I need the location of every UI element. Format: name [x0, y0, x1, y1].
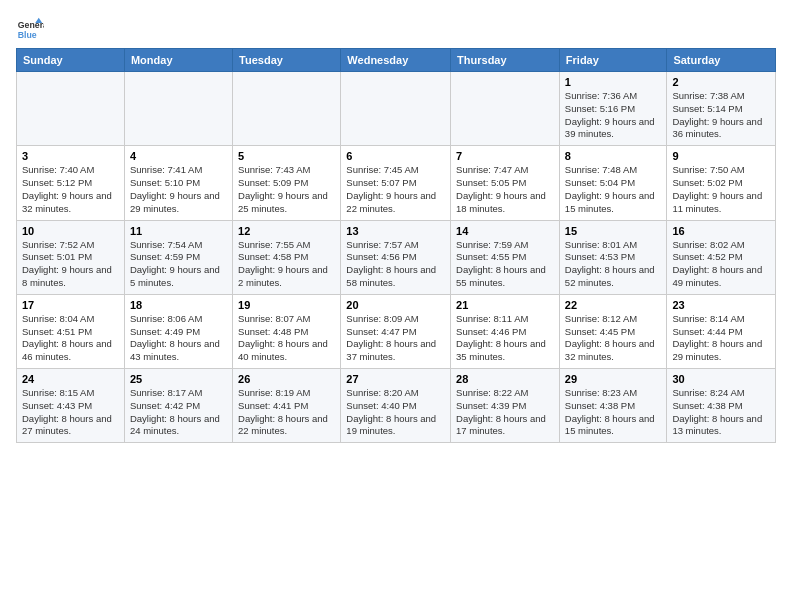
calendar-cell: 29Sunrise: 8:23 AM Sunset: 4:38 PM Dayli… [559, 369, 667, 443]
cell-info: Sunrise: 8:20 AM Sunset: 4:40 PM Dayligh… [346, 387, 445, 438]
weekday-header-wednesday: Wednesday [341, 49, 451, 72]
calendar-cell: 10Sunrise: 7:52 AM Sunset: 5:01 PM Dayli… [17, 220, 125, 294]
calendar-cell: 16Sunrise: 8:02 AM Sunset: 4:52 PM Dayli… [667, 220, 776, 294]
calendar-cell: 12Sunrise: 7:55 AM Sunset: 4:58 PM Dayli… [233, 220, 341, 294]
cell-info: Sunrise: 8:22 AM Sunset: 4:39 PM Dayligh… [456, 387, 554, 438]
calendar-cell [124, 72, 232, 146]
calendar-cell: 18Sunrise: 8:06 AM Sunset: 4:49 PM Dayli… [124, 294, 232, 368]
calendar-cell: 4Sunrise: 7:41 AM Sunset: 5:10 PM Daylig… [124, 146, 232, 220]
cell-day-number: 1 [565, 76, 662, 88]
cell-info: Sunrise: 7:43 AM Sunset: 5:09 PM Dayligh… [238, 164, 335, 215]
cell-info: Sunrise: 8:19 AM Sunset: 4:41 PM Dayligh… [238, 387, 335, 438]
cell-info: Sunrise: 7:54 AM Sunset: 4:59 PM Dayligh… [130, 239, 227, 290]
logo: General Blue [16, 16, 44, 44]
cell-day-number: 30 [672, 373, 770, 385]
cell-info: Sunrise: 7:52 AM Sunset: 5:01 PM Dayligh… [22, 239, 119, 290]
calendar-cell: 8Sunrise: 7:48 AM Sunset: 5:04 PM Daylig… [559, 146, 667, 220]
cell-info: Sunrise: 8:02 AM Sunset: 4:52 PM Dayligh… [672, 239, 770, 290]
cell-day-number: 17 [22, 299, 119, 311]
calendar-cell: 14Sunrise: 7:59 AM Sunset: 4:55 PM Dayli… [451, 220, 560, 294]
cell-info: Sunrise: 8:17 AM Sunset: 4:42 PM Dayligh… [130, 387, 227, 438]
calendar-body: 1Sunrise: 7:36 AM Sunset: 5:16 PM Daylig… [17, 72, 776, 443]
cell-day-number: 20 [346, 299, 445, 311]
calendar-cell: 22Sunrise: 8:12 AM Sunset: 4:45 PM Dayli… [559, 294, 667, 368]
cell-info: Sunrise: 7:57 AM Sunset: 4:56 PM Dayligh… [346, 239, 445, 290]
calendar-cell: 1Sunrise: 7:36 AM Sunset: 5:16 PM Daylig… [559, 72, 667, 146]
week-row-5: 24Sunrise: 8:15 AM Sunset: 4:43 PM Dayli… [17, 369, 776, 443]
cell-info: Sunrise: 7:41 AM Sunset: 5:10 PM Dayligh… [130, 164, 227, 215]
cell-day-number: 27 [346, 373, 445, 385]
cell-info: Sunrise: 8:04 AM Sunset: 4:51 PM Dayligh… [22, 313, 119, 364]
cell-day-number: 25 [130, 373, 227, 385]
cell-day-number: 7 [456, 150, 554, 162]
cell-info: Sunrise: 8:06 AM Sunset: 4:49 PM Dayligh… [130, 313, 227, 364]
cell-day-number: 14 [456, 225, 554, 237]
calendar-cell: 5Sunrise: 7:43 AM Sunset: 5:09 PM Daylig… [233, 146, 341, 220]
cell-day-number: 18 [130, 299, 227, 311]
cell-info: Sunrise: 8:07 AM Sunset: 4:48 PM Dayligh… [238, 313, 335, 364]
cell-day-number: 2 [672, 76, 770, 88]
cell-info: Sunrise: 7:48 AM Sunset: 5:04 PM Dayligh… [565, 164, 662, 215]
calendar-cell: 15Sunrise: 8:01 AM Sunset: 4:53 PM Dayli… [559, 220, 667, 294]
cell-day-number: 15 [565, 225, 662, 237]
cell-day-number: 23 [672, 299, 770, 311]
calendar-cell: 7Sunrise: 7:47 AM Sunset: 5:05 PM Daylig… [451, 146, 560, 220]
calendar-cell: 21Sunrise: 8:11 AM Sunset: 4:46 PM Dayli… [451, 294, 560, 368]
weekday-header-row: SundayMondayTuesdayWednesdayThursdayFrid… [17, 49, 776, 72]
cell-info: Sunrise: 7:47 AM Sunset: 5:05 PM Dayligh… [456, 164, 554, 215]
cell-info: Sunrise: 8:12 AM Sunset: 4:45 PM Dayligh… [565, 313, 662, 364]
calendar-cell: 11Sunrise: 7:54 AM Sunset: 4:59 PM Dayli… [124, 220, 232, 294]
calendar-cell: 2Sunrise: 7:38 AM Sunset: 5:14 PM Daylig… [667, 72, 776, 146]
cell-info: Sunrise: 7:50 AM Sunset: 5:02 PM Dayligh… [672, 164, 770, 215]
calendar-cell: 24Sunrise: 8:15 AM Sunset: 4:43 PM Dayli… [17, 369, 125, 443]
calendar-cell [341, 72, 451, 146]
calendar-cell: 26Sunrise: 8:19 AM Sunset: 4:41 PM Dayli… [233, 369, 341, 443]
calendar-cell [17, 72, 125, 146]
week-row-1: 1Sunrise: 7:36 AM Sunset: 5:16 PM Daylig… [17, 72, 776, 146]
cell-day-number: 10 [22, 225, 119, 237]
cell-info: Sunrise: 7:55 AM Sunset: 4:58 PM Dayligh… [238, 239, 335, 290]
week-row-4: 17Sunrise: 8:04 AM Sunset: 4:51 PM Dayli… [17, 294, 776, 368]
cell-day-number: 6 [346, 150, 445, 162]
calendar-cell: 20Sunrise: 8:09 AM Sunset: 4:47 PM Dayli… [341, 294, 451, 368]
week-row-2: 3Sunrise: 7:40 AM Sunset: 5:12 PM Daylig… [17, 146, 776, 220]
cell-day-number: 26 [238, 373, 335, 385]
cell-info: Sunrise: 8:24 AM Sunset: 4:38 PM Dayligh… [672, 387, 770, 438]
calendar-cell: 30Sunrise: 8:24 AM Sunset: 4:38 PM Dayli… [667, 369, 776, 443]
weekday-header-thursday: Thursday [451, 49, 560, 72]
logo-icon: General Blue [16, 16, 44, 44]
cell-day-number: 4 [130, 150, 227, 162]
page-header: General Blue [16, 16, 776, 44]
cell-day-number: 16 [672, 225, 770, 237]
svg-text:Blue: Blue [18, 30, 37, 40]
calendar-cell [451, 72, 560, 146]
calendar-cell: 27Sunrise: 8:20 AM Sunset: 4:40 PM Dayli… [341, 369, 451, 443]
cell-day-number: 9 [672, 150, 770, 162]
cell-info: Sunrise: 8:14 AM Sunset: 4:44 PM Dayligh… [672, 313, 770, 364]
week-row-3: 10Sunrise: 7:52 AM Sunset: 5:01 PM Dayli… [17, 220, 776, 294]
calendar-cell: 6Sunrise: 7:45 AM Sunset: 5:07 PM Daylig… [341, 146, 451, 220]
cell-day-number: 22 [565, 299, 662, 311]
cell-day-number: 13 [346, 225, 445, 237]
calendar-cell: 28Sunrise: 8:22 AM Sunset: 4:39 PM Dayli… [451, 369, 560, 443]
calendar-cell: 3Sunrise: 7:40 AM Sunset: 5:12 PM Daylig… [17, 146, 125, 220]
cell-day-number: 19 [238, 299, 335, 311]
calendar-cell: 13Sunrise: 7:57 AM Sunset: 4:56 PM Dayli… [341, 220, 451, 294]
calendar-cell: 25Sunrise: 8:17 AM Sunset: 4:42 PM Dayli… [124, 369, 232, 443]
cell-info: Sunrise: 7:40 AM Sunset: 5:12 PM Dayligh… [22, 164, 119, 215]
weekday-header-tuesday: Tuesday [233, 49, 341, 72]
cell-day-number: 12 [238, 225, 335, 237]
cell-info: Sunrise: 7:45 AM Sunset: 5:07 PM Dayligh… [346, 164, 445, 215]
cell-info: Sunrise: 8:09 AM Sunset: 4:47 PM Dayligh… [346, 313, 445, 364]
cell-day-number: 11 [130, 225, 227, 237]
cell-info: Sunrise: 8:23 AM Sunset: 4:38 PM Dayligh… [565, 387, 662, 438]
cell-day-number: 3 [22, 150, 119, 162]
cell-day-number: 24 [22, 373, 119, 385]
cell-day-number: 28 [456, 373, 554, 385]
cell-info: Sunrise: 8:01 AM Sunset: 4:53 PM Dayligh… [565, 239, 662, 290]
cell-day-number: 29 [565, 373, 662, 385]
calendar-cell: 9Sunrise: 7:50 AM Sunset: 5:02 PM Daylig… [667, 146, 776, 220]
cell-info: Sunrise: 7:59 AM Sunset: 4:55 PM Dayligh… [456, 239, 554, 290]
weekday-header-friday: Friday [559, 49, 667, 72]
cell-day-number: 8 [565, 150, 662, 162]
